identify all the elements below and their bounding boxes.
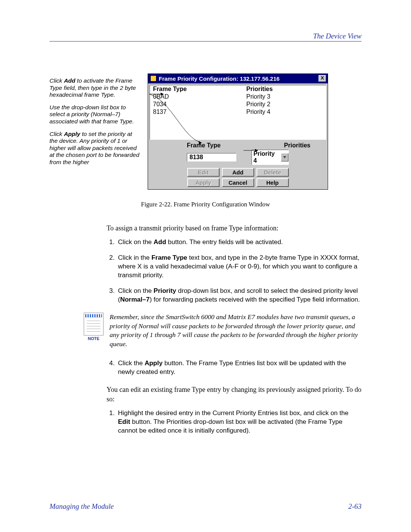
list-item: Click in the Frame Type text box, and ty… xyxy=(116,254,362,280)
side-instructions: Click Add to activate the Frame Type fie… xyxy=(49,77,141,171)
priority-select[interactable]: Priority 4 xyxy=(252,150,289,165)
page-footer: Managing the Module 2-63 xyxy=(49,502,362,511)
frame-type-input[interactable]: 8138 xyxy=(187,153,236,161)
table-row[interactable]: 8137 Priority 4 xyxy=(150,108,326,116)
col-header-frame-type: Frame Type xyxy=(153,86,246,93)
running-header: The Device View xyxy=(49,32,362,42)
col-header-priorities: Priorities xyxy=(246,86,323,93)
list-item: Highlight the desired entry in the Curre… xyxy=(116,409,362,435)
note-block: NOTE Remember, since the SmartSwitch 600… xyxy=(107,313,362,349)
help-button[interactable]: Help xyxy=(256,178,289,187)
footer-right: 2-63 xyxy=(348,502,362,511)
app-icon xyxy=(150,75,156,81)
svg-marker-4 xyxy=(283,156,286,158)
chevron-down-icon[interactable] xyxy=(281,153,288,161)
edit-button[interactable]: Edit xyxy=(187,168,220,177)
window-title: Frame Priority Configuration: 132.177.56… xyxy=(159,75,280,82)
list-item: Click on the Add button. The entry field… xyxy=(116,238,362,247)
note-text: Remember, since the SmartSwitch 6000 and… xyxy=(110,313,362,349)
note-icon xyxy=(84,313,104,335)
window-titlebar[interactable]: Frame Priority Configuration: 132.177.56… xyxy=(148,74,328,83)
body-content: To assign a transmit priority based on f… xyxy=(107,224,362,435)
table-row[interactable]: 0BAD Priority 3 xyxy=(150,93,326,101)
cancel-button[interactable]: Cancel xyxy=(222,178,254,187)
table-row[interactable]: 7034 Priority 2 xyxy=(150,101,326,108)
figure-area: Click Add to activate the Frame Type fie… xyxy=(49,73,362,192)
close-icon[interactable]: X xyxy=(319,75,326,82)
add-button[interactable]: Add xyxy=(222,168,254,177)
label-priorities: Priorities xyxy=(284,142,310,149)
list-item: Click on the Priority drop-down list box… xyxy=(116,287,362,304)
frame-priority-window: Frame Priority Configuration: 132.177.56… xyxy=(148,73,328,190)
delete-button[interactable]: Delete xyxy=(256,168,289,177)
footer-left: Managing the Module xyxy=(49,502,114,511)
figure-caption: Figure 2-22. Frame Priority Configuratio… xyxy=(49,201,362,208)
entries-listbox[interactable]: Frame Type Priorities 0BAD Priority 3 70… xyxy=(150,85,326,140)
list-item: Click the Apply button. The Frame Type E… xyxy=(116,359,362,377)
label-frame-type: Frame Type xyxy=(151,142,284,149)
apply-button[interactable]: Apply xyxy=(187,178,220,187)
